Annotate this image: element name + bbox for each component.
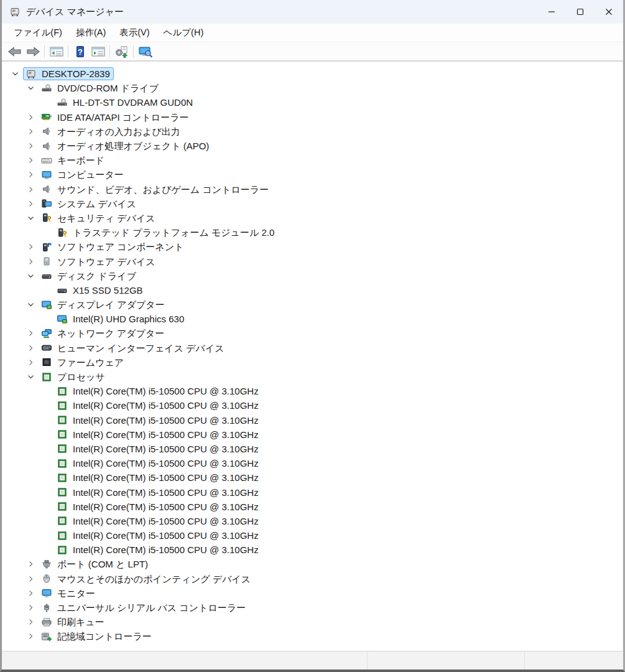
tree-item-content[interactable]: 記憶域コントローラー [39,630,155,643]
tree-item[interactable]: オーディオ処理オブジェクト (APO) [2,139,623,153]
tree-item[interactable]: Intel(R) Core(TM) i5-10500 CPU @ 3.10GHz [2,470,623,485]
tree-item-content[interactable]: Intel(R) Core(TM) i5-10500 CPU @ 3.10GHz [54,515,262,528]
tree-item[interactable]: Intel(R) Core(TM) i5-10500 CPU @ 3.10GHz [2,514,623,528]
tree-item-content[interactable]: Intel(R) Core(TM) i5-10500 CPU @ 3.10GHz [54,442,262,455]
tree-item-content[interactable]: プロセッサ [39,370,109,383]
chevron-right-icon[interactable] [22,254,39,268]
tree-item-content[interactable]: セキュリティ デバイス [39,212,159,225]
tree-item[interactable]: サウンド、ビデオ、およびゲーム コントローラー [2,182,623,197]
tree-item-content[interactable]: 印刷キュー [39,615,108,628]
forward-button[interactable] [24,44,42,60]
tree-item[interactable]: マウスとそのほかのポインティング デバイス [2,572,623,586]
tree-item[interactable]: 印刷キュー [2,615,623,629]
tree-item[interactable]: モニター [2,586,623,600]
tree-item[interactable]: ファームウェア [2,355,623,370]
tree-item[interactable]: Intel(R) Core(TM) i5-10500 CPU @ 3.10GHz [2,413,623,427]
tree-item[interactable]: オーディオの入力および出力 [2,124,623,139]
tree-item[interactable]: Intel(R) Core(TM) i5-10500 CPU @ 3.10GHz [2,442,623,456]
tree-item-content[interactable]: ソフトウェア コンポーネント [39,240,187,253]
tree-item-content[interactable]: HL-DT-ST DVDRAM GUD0N [54,96,197,109]
tree-item-content[interactable]: ディスプレイ アダプター [39,298,169,311]
tree-item[interactable]: Intel(R) Core(TM) i5-10500 CPU @ 3.10GHz [2,398,623,413]
tree-item-content[interactable]: DVD/CD-ROM ドライブ [39,82,162,95]
chevron-right-icon[interactable] [22,341,39,355]
back-button[interactable] [6,44,24,60]
chevron-right-icon[interactable] [22,153,39,167]
close-button[interactable] [595,0,623,24]
tree-item-content[interactable]: Intel(R) Core(TM) i5-10500 CPU @ 3.10GHz [54,529,262,542]
chevron-right-icon[interactable] [22,139,39,153]
tree-item[interactable]: ユニバーサル シリアル バス コントローラー [2,600,623,615]
tree-item[interactable]: DVD/CD-ROM ドライブ [2,81,623,95]
tree-item[interactable]: キーボード [2,153,623,167]
show-console-tree-button[interactable] [47,44,65,60]
tree-item[interactable]: ディスク ドライブ [2,269,623,283]
tree-item-content[interactable]: ファームウェア [39,356,127,369]
tree-item[interactable]: DESKTOP-2839 [2,67,623,81]
chevron-right-icon[interactable] [22,197,39,211]
chevron-right-icon[interactable] [22,572,39,586]
tree-item-content[interactable]: Intel(R) Core(TM) i5-10500 CPU @ 3.10GHz [54,399,262,412]
tree-item[interactable]: ディスプレイ アダプター [2,297,623,312]
chevron-right-icon[interactable] [22,124,39,139]
tree-item[interactable]: Intel(R) Core(TM) i5-10500 CPU @ 3.10GHz [2,543,623,557]
tree-item-content[interactable]: ディスク ドライブ [39,269,140,282]
tree-item[interactable]: ポート (COM と LPT) [2,557,623,571]
tree-item-content[interactable]: オーディオ処理オブジェクト (APO) [39,139,213,152]
chevron-right-icon[interactable] [22,167,39,182]
tree-item[interactable]: Intel(R) Core(TM) i5-10500 CPU @ 3.10GHz [2,427,623,442]
chevron-down-icon[interactable] [22,297,39,312]
tree-item[interactable]: IDE ATA/ATAPI コントローラー [2,110,623,124]
tree-item-content[interactable]: システム デバイス [39,197,140,210]
tree-item[interactable]: セキュリティ デバイス [2,211,623,225]
tree-item-content[interactable]: コンピューター [39,168,127,181]
tree-item[interactable]: Intel(R) Core(TM) i5-10500 CPU @ 3.10GHz [2,500,623,514]
tree-item-content[interactable]: ネットワーク アダプター [39,327,168,340]
tree-item[interactable]: Intel(R) Core(TM) i5-10500 CPU @ 3.10GHz [2,528,623,543]
tree-item[interactable]: プロセッサ [2,370,623,384]
tree-item[interactable]: Intel(R) Core(TM) i5-10500 CPU @ 3.10GHz [2,384,623,398]
chevron-right-icon[interactable] [22,615,39,629]
tree-item[interactable]: コンピューター [2,167,623,182]
tree-item[interactable]: ヒューマン インターフェイス デバイス [2,341,623,355]
chevron-right-icon[interactable] [22,240,39,254]
tree-item[interactable]: 記憶域コントローラー [2,629,623,643]
chevron-down-icon[interactable] [7,67,23,81]
chevron-right-icon[interactable] [22,586,39,600]
tree-item-content[interactable]: Intel(R) Core(TM) i5-10500 CPU @ 3.10GHz [54,500,262,513]
chevron-right-icon[interactable] [22,557,39,571]
scan-hardware-changes-button[interactable] [136,44,154,60]
tree-item-content[interactable]: キーボード [39,154,108,167]
chevron-right-icon[interactable] [22,355,39,370]
tree-item-content[interactable]: ユニバーサル シリアル バス コントローラー [39,601,249,614]
tree-item[interactable]: Intel(R) Core(TM) i5-10500 CPU @ 3.10GHz [2,485,623,499]
tree-item-content[interactable]: モニター [39,587,99,600]
chevron-right-icon[interactable] [22,110,39,124]
tree-item-content[interactable]: Intel(R) Core(TM) i5-10500 CPU @ 3.10GHz [54,457,262,470]
chevron-right-icon[interactable] [22,326,39,340]
chevron-right-icon[interactable] [22,629,39,643]
chevron-down-icon[interactable] [22,211,39,225]
chevron-down-icon[interactable] [22,81,39,95]
tree-item-content[interactable]: マウスとそのほかのポインティング デバイス [39,572,254,586]
properties-button[interactable] [89,44,107,60]
tree-item[interactable]: X15 SSD 512GB [2,283,623,297]
tree-item-content[interactable]: ソフトウェア デバイス [39,255,159,268]
tree-item-content[interactable]: オーディオの入力および出力 [39,125,184,138]
help-button[interactable]: ? [71,44,89,60]
maximize-button[interactable] [566,0,595,24]
tree-item[interactable]: ネットワーク アダプター [2,326,623,340]
tree-item[interactable]: ソフトウェア デバイス [2,254,623,268]
tree-item-content[interactable]: ヒューマン インターフェイス デバイス [39,342,228,355]
tree-item[interactable]: Intel(R) UHD Graphics 630 [2,312,623,326]
tree-item-content[interactable]: Intel(R) Core(TM) i5-10500 CPU @ 3.10GHz [54,414,262,427]
tree-item-content[interactable]: X15 SSD 512GB [54,284,147,297]
tree-item-content[interactable]: Intel(R) Core(TM) i5-10500 CPU @ 3.10GHz [54,471,262,484]
menu-action[interactable]: 操作(A) [69,24,113,41]
chevron-right-icon[interactable] [22,600,39,615]
tree-item[interactable]: HL-DT-ST DVDRAM GUD0N [2,95,623,110]
tree-item[interactable]: システム デバイス [2,197,623,211]
tree-item-content[interactable]: Intel(R) UHD Graphics 630 [54,312,188,325]
chevron-down-icon[interactable] [22,269,39,283]
menu-help[interactable]: ヘルプ(H) [157,24,211,41]
